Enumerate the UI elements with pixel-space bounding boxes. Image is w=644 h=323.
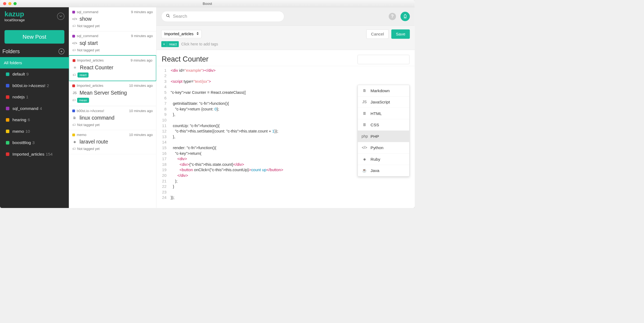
lang-item-css[interactable]: 🗏CSS: [358, 119, 409, 131]
help-button[interactable]: ?: [389, 13, 396, 20]
account-chevron-button[interactable]: [57, 13, 64, 20]
folder-color-icon: [6, 107, 9, 110]
folder-color-icon: [72, 11, 75, 13]
sidebar-folder-memo[interactable]: memo10: [0, 125, 69, 137]
folder-label: memo: [12, 129, 24, 134]
sidebar-folder-boostBlog[interactable]: boostBlog3: [0, 137, 69, 148]
folder-count: 3: [32, 140, 35, 145]
language-select-box[interactable]: [357, 55, 409, 64]
lang-item-php[interactable]: phpPHP: [358, 131, 409, 142]
main-area: kazup localStorage New Post Folders + Al…: [0, 7, 415, 208]
sidebar: kazup localStorage New Post Folders + Al…: [0, 7, 69, 208]
tag-text: Not tagged yet: [77, 123, 100, 127]
tag-icon: 🏷: [72, 48, 76, 52]
sidebar-folder-b00st.io->Access![interactable]: b00st.io->Access!2: [0, 80, 69, 91]
rocket-icon: [403, 14, 408, 19]
folders-header: Folders +: [0, 48, 69, 57]
folder-all[interactable]: All folders: [0, 57, 69, 68]
sidebar-folder-default[interactable]: default9: [0, 69, 69, 80]
folder-color-icon: [6, 73, 9, 76]
lang-item-markdown[interactable]: 🗎Markdown: [358, 85, 409, 96]
lang-item-python[interactable]: </>Python: [358, 142, 409, 153]
note-item[interactable]: Imported_articles10 minutes agoJSMean Se…: [69, 81, 156, 106]
add-folder-button[interactable]: +: [59, 48, 65, 54]
lang-java-icon: ☕: [362, 168, 367, 173]
lang-item-html[interactable]: 🗏HTML: [358, 108, 409, 119]
language-menu: 🗎MarkdownJSJavaScript🗏HTML🗏CSSphpPHP</>P…: [357, 85, 409, 177]
folder-color-icon: [6, 152, 9, 156]
new-post-button[interactable]: New Post: [5, 30, 65, 44]
note-tags: 🏷Not tagged yet: [72, 24, 153, 28]
search-input[interactable]: [173, 14, 280, 19]
tag-chip[interactable]: × react: [161, 41, 179, 47]
editor-pane: ? Imported_articles Cancel Save × react: [156, 7, 415, 208]
note-item[interactable]: b00st.io->Access!10 minutes ago🗎linux co…: [69, 106, 156, 130]
folder-count: 1: [26, 95, 28, 99]
brand-storage: localStorage: [5, 18, 57, 22]
folder-select[interactable]: Imported_articles: [161, 30, 202, 38]
folder-count: 10: [25, 129, 30, 134]
folder-count: 4: [40, 106, 42, 111]
sidebar-folder-sql_command[interactable]: sql_command4: [0, 103, 69, 114]
sidebar-folder-Imported_articles[interactable]: Imported_articles154: [0, 148, 69, 160]
lang-label: Python: [371, 145, 384, 150]
folder-label: boostBlog: [12, 140, 31, 145]
ruby-icon: ◈: [72, 139, 77, 144]
brand-name: kazup: [5, 10, 57, 17]
note-tags: 🏷Not tagged yet: [72, 147, 153, 151]
lang-item-java[interactable]: ☕Java: [358, 165, 409, 176]
minimize-icon[interactable]: [8, 2, 12, 5]
lang-php-icon: php: [362, 134, 367, 139]
code-icon: </>: [72, 41, 77, 45]
lang-ruby-icon: ◈: [362, 157, 367, 162]
note-item[interactable]: sql_command9 minutes ago</>sql start🏷Not…: [69, 31, 156, 56]
boost-rocket-button[interactable]: [400, 12, 410, 21]
window-title: Boost: [203, 1, 212, 5]
chevron-down-icon: [59, 15, 62, 17]
lang-markdown-icon: 🗎: [362, 88, 367, 93]
tag-icon: 🏷: [72, 147, 76, 151]
save-button[interactable]: Save: [391, 29, 410, 39]
editor-body: React Counter 1 2 3 4 5 6 7 8 9 10 11 12…: [156, 50, 415, 208]
js-icon: JS: [72, 90, 77, 95]
note-title-text: React Counter: [80, 64, 113, 70]
folder-label: Imported_articles: [12, 152, 44, 157]
note-folder: memo: [77, 133, 87, 137]
folder-label: nodejs: [12, 95, 25, 99]
folder-count: 9: [26, 72, 29, 77]
folder-select-value: Imported_articles: [164, 32, 194, 36]
maximize-icon[interactable]: [13, 2, 17, 5]
tag-pill: react: [77, 73, 88, 78]
lang-item-ruby[interactable]: ◈Ruby: [358, 153, 409, 165]
tag-icon: 🏷: [73, 73, 76, 77]
folder-count: 2: [47, 83, 49, 88]
lang-item-javascript[interactable]: JSJavaScript: [358, 96, 409, 108]
note-folder: sql_command: [77, 10, 98, 14]
note-tags: 🏷Not tagged yet: [72, 48, 153, 52]
folder-color-icon: [6, 130, 9, 133]
note-item[interactable]: sql_command9 minutes ago</>show🏷Not tagg…: [69, 7, 156, 31]
note-item[interactable]: memo10 minutes ago◈laravel route🏷Not tag…: [69, 130, 156, 154]
cancel-button[interactable]: Cancel: [366, 29, 389, 39]
note-item[interactable]: Imported_articles9 minutes ago⚛React Cou…: [69, 55, 156, 81]
lang-javascript-icon: JS: [362, 100, 367, 104]
tag-input-hint[interactable]: Click here to add tags: [181, 42, 218, 46]
search-icon: [166, 14, 170, 19]
tag-icon: 🏷: [72, 123, 76, 127]
note-list: sql_command9 minutes ago</>show🏷Not tagg…: [69, 7, 156, 208]
note-folder: b00st.io->Access!: [77, 109, 104, 113]
folder-color-icon: [72, 109, 75, 112]
lang-label: HTML: [371, 111, 382, 116]
sidebar-folder-hearing[interactable]: hearing6: [0, 114, 69, 125]
tag-remove-icon[interactable]: ×: [161, 41, 167, 47]
search-field[interactable]: [161, 11, 284, 22]
folder-count: 154: [46, 152, 53, 157]
note-title-input[interactable]: React Counter: [162, 55, 357, 64]
note-folder: Imported_articles: [77, 84, 103, 88]
close-icon[interactable]: [3, 2, 6, 5]
sidebar-folder-nodejs[interactable]: nodejs1: [0, 91, 69, 103]
folder-label: b00st.io->Access!: [12, 83, 45, 88]
tag-icon: 🏷: [72, 24, 76, 28]
window-controls: [0, 2, 17, 5]
note-tags: 🏷Not tagged yet: [72, 123, 153, 127]
